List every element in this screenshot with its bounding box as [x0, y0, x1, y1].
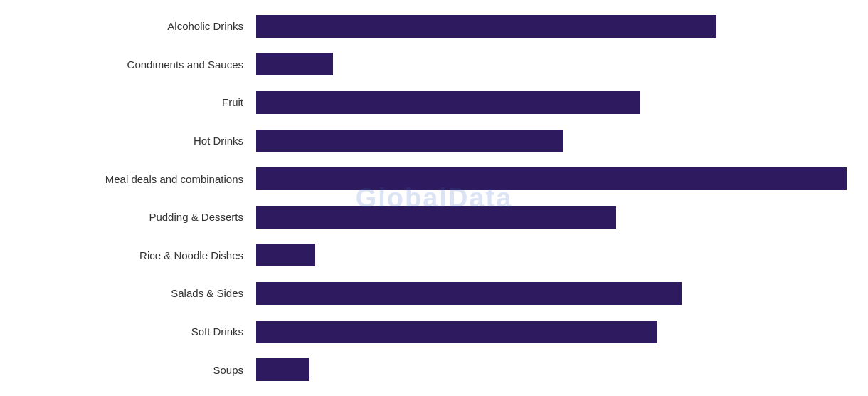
bar-chart: GlobalData Alcoholic DrinksCondiments an…: [0, 0, 868, 396]
bar-area: [256, 48, 868, 80]
bar: [256, 206, 616, 229]
bar-area: [256, 86, 868, 119]
chart-row: Condiments and Sauces: [0, 48, 868, 80]
bar: [256, 244, 315, 266]
bar-label: Pudding & Desserts: [0, 211, 256, 223]
chart-row: Hot Drinks: [0, 125, 868, 157]
bar-label: Soups: [0, 364, 256, 376]
bar-area: [256, 353, 868, 386]
bar-label: Soft Drinks: [0, 325, 256, 338]
chart-row: Meal deals and combinations: [0, 162, 868, 195]
bar: [256, 91, 640, 114]
bar-label: Fruit: [0, 96, 256, 108]
chart-row: Soft Drinks: [0, 316, 868, 348]
bar: [256, 53, 333, 75]
bar-area: [256, 316, 868, 348]
bar-area: [256, 125, 868, 157]
chart-row: Alcoholic Drinks: [0, 10, 868, 43]
chart-row: Salads & Sides: [0, 277, 868, 310]
bar-area: [256, 239, 868, 271]
bar-label: Alcoholic Drinks: [0, 20, 256, 32]
chart-row: Rice & Noodle Dishes: [0, 239, 868, 271]
chart-row: Pudding & Desserts: [0, 201, 868, 234]
bar-area: [256, 277, 868, 310]
bar-area: [256, 201, 868, 234]
bar-area: [256, 10, 868, 43]
chart-row: Soups: [0, 353, 868, 386]
chart-row: Fruit: [0, 86, 868, 119]
bar-label: Meal deals and combinations: [0, 173, 256, 185]
bar-area: [256, 162, 868, 195]
bar: [256, 282, 682, 305]
bar-label: Hot Drinks: [0, 135, 256, 147]
bar: [256, 130, 563, 152]
bar: [256, 167, 847, 190]
bar-label: Condiments and Sauces: [0, 58, 256, 71]
bar-label: Rice & Noodle Dishes: [0, 249, 256, 261]
bar: [256, 15, 716, 38]
bar: [256, 358, 309, 381]
bar-label: Salads & Sides: [0, 287, 256, 299]
bar: [256, 321, 657, 343]
